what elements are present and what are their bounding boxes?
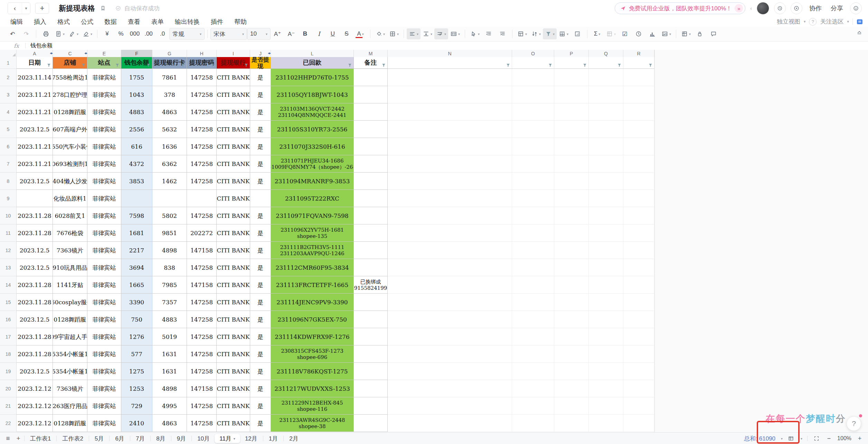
cell-F17[interactable]: 1276 bbox=[121, 328, 152, 345]
cell-R7[interactable] bbox=[623, 155, 654, 173]
cell-P4[interactable] bbox=[554, 103, 589, 121]
cell-H8[interactable]: 147258 bbox=[187, 173, 217, 190]
cell-M6[interactable] bbox=[354, 138, 388, 155]
cell-H6[interactable]: 147258 bbox=[187, 138, 217, 155]
cell-O4[interactable] bbox=[512, 103, 554, 121]
cell-J15[interactable]: 是 bbox=[250, 294, 271, 311]
cell-L15[interactable]: 231114JENC9PV9-3390 bbox=[271, 294, 354, 311]
cell-P5[interactable] bbox=[554, 121, 589, 138]
borders-button-caret[interactable]: ▾ bbox=[397, 32, 399, 36]
sheet-list-icon[interactable]: ≡ bbox=[3, 434, 13, 443]
sheet-tab-12月[interactable]: 12月 bbox=[240, 434, 262, 443]
cell-J17[interactable]: 是 bbox=[250, 328, 271, 345]
cell-J9[interactable] bbox=[250, 190, 271, 207]
cell-P20[interactable] bbox=[554, 380, 589, 397]
cell-L11[interactable]: 2311096X2YV75H-1681shopee-135 bbox=[271, 224, 354, 242]
cell-A16[interactable]: 2023.12.5 bbox=[17, 311, 53, 328]
cell-F16[interactable]: 750 bbox=[121, 311, 152, 328]
cell-A3[interactable]: 2023.11.21 bbox=[17, 86, 53, 103]
share-button[interactable]: 分享 bbox=[829, 3, 845, 14]
cell-G20[interactable]: 4898 bbox=[152, 380, 187, 397]
cell-A21[interactable]: 2023.12.12 bbox=[17, 397, 53, 415]
cell-N3[interactable] bbox=[388, 86, 512, 103]
cell-N7[interactable] bbox=[388, 155, 512, 173]
font-size-select[interactable]: 10▾ bbox=[247, 28, 271, 40]
sheet-tab-工作表2[interactable]: 工作表2 bbox=[57, 434, 88, 443]
cell-L9[interactable]: 2311095T222RXC bbox=[271, 190, 354, 207]
cell-I13[interactable]: CITI BANK bbox=[217, 259, 250, 276]
column-header-N[interactable]: N bbox=[388, 50, 512, 57]
row-header-21[interactable]: 21 bbox=[0, 397, 17, 415]
menu-item-2[interactable]: 插入 bbox=[28, 18, 52, 26]
cell-Q11[interactable] bbox=[589, 224, 623, 242]
column-header-H[interactable]: H bbox=[187, 50, 217, 57]
cell-O12[interactable] bbox=[512, 242, 554, 259]
collapse-toolbar-icon[interactable] bbox=[856, 29, 862, 35]
sheet-tab-1月[interactable]: 1月 bbox=[264, 434, 283, 443]
print-options[interactable]: ▾ bbox=[53, 28, 67, 39]
cell-Q19[interactable] bbox=[589, 363, 623, 380]
cell-O13[interactable] bbox=[512, 259, 554, 276]
cell-I3[interactable]: CITI BANK bbox=[217, 86, 250, 103]
cell-M4[interactable] bbox=[354, 103, 388, 121]
cell-I5[interactable]: CITI BANK bbox=[217, 121, 250, 138]
cell-N11[interactable] bbox=[388, 224, 512, 242]
cell-N5[interactable] bbox=[388, 121, 512, 138]
menu-item-6[interactable]: 查看 bbox=[122, 18, 146, 26]
menu-item-9[interactable]: 插件 bbox=[205, 18, 229, 26]
cell-G9[interactable] bbox=[152, 190, 187, 207]
cell-E8[interactable]: 菲律宾站 bbox=[87, 173, 121, 190]
row-header-15[interactable]: 15 bbox=[0, 294, 17, 311]
menu-item-8[interactable]: 输出转换 bbox=[169, 18, 205, 26]
sum-button-caret[interactable]: ▾ bbox=[598, 32, 600, 36]
cell-O18[interactable] bbox=[512, 345, 554, 363]
cell-J18[interactable]: 是 bbox=[250, 345, 271, 363]
cell-G10[interactable]: 5802 bbox=[152, 207, 187, 224]
cell-J10[interactable]: 是 bbox=[250, 207, 271, 224]
cell-N6[interactable] bbox=[388, 138, 512, 155]
cell-N20[interactable] bbox=[388, 380, 512, 397]
cell-R6[interactable] bbox=[623, 138, 654, 155]
sheet-tab-10月[interactable]: 10月 bbox=[192, 434, 215, 443]
cell-G18[interactable]: 1631 bbox=[152, 345, 187, 363]
cell-H13[interactable]: 147258 bbox=[187, 259, 217, 276]
cell-F18[interactable]: 577 bbox=[121, 345, 152, 363]
cell-Q12[interactable] bbox=[589, 242, 623, 259]
cell-A14[interactable]: 2023.11.28 bbox=[17, 276, 53, 294]
row-header-19[interactable]: 19 bbox=[0, 363, 17, 380]
filter-funnel-icon[interactable] bbox=[180, 63, 186, 68]
cell-P18[interactable] bbox=[554, 345, 589, 363]
cell-E18[interactable]: 菲律宾站 bbox=[87, 345, 121, 363]
cell-M8[interactable] bbox=[354, 173, 388, 190]
cell-C5[interactable]: 4607高端户外1 bbox=[53, 121, 87, 138]
cell-N21[interactable] bbox=[388, 397, 512, 415]
header-cell-L[interactable]: 已回款 bbox=[271, 57, 354, 69]
chart-button[interactable] bbox=[645, 28, 659, 39]
header-cell-E[interactable]: 站点 bbox=[87, 57, 121, 69]
cell-E3[interactable]: 菲律宾站 bbox=[87, 86, 121, 103]
cell-P8[interactable] bbox=[554, 173, 589, 190]
cell-E2[interactable]: 菲律宾站 bbox=[87, 69, 121, 86]
cell-C8[interactable]: 4404懒人沙发2 bbox=[53, 173, 87, 190]
cell-P11[interactable] bbox=[554, 224, 589, 242]
cell-E9[interactable]: 菲律宾站 bbox=[87, 190, 121, 207]
cell-P7[interactable] bbox=[554, 155, 589, 173]
cell-H22[interactable]: 147258 bbox=[187, 415, 217, 432]
row-header-20[interactable]: 20 bbox=[0, 380, 17, 397]
header-cell-I[interactable]: 提现银行 bbox=[217, 57, 250, 69]
table-view-button-caret[interactable]: ▾ bbox=[567, 32, 568, 36]
cell-N18[interactable] bbox=[388, 345, 512, 363]
independent-view-caret[interactable]: ▾ bbox=[804, 19, 806, 24]
filter-funnel-icon[interactable] bbox=[548, 63, 553, 68]
cell-R19[interactable] bbox=[623, 363, 654, 380]
number-format-select-caret[interactable]: ▾ bbox=[200, 32, 201, 36]
checkbox-button[interactable]: ☑ bbox=[618, 28, 632, 39]
cell-P22[interactable] bbox=[554, 415, 589, 432]
cell-N9[interactable] bbox=[388, 190, 512, 207]
cell-E4[interactable]: 菲律宾站 bbox=[87, 103, 121, 121]
independent-view-button[interactable]: 独立视图 bbox=[777, 18, 800, 26]
cell-O11[interactable] bbox=[512, 224, 554, 242]
cell-F5[interactable]: 2556 bbox=[121, 121, 152, 138]
cell-I7[interactable]: CITI BANK bbox=[217, 155, 250, 173]
header-cell-J[interactable]: 是否提现 bbox=[250, 57, 271, 69]
